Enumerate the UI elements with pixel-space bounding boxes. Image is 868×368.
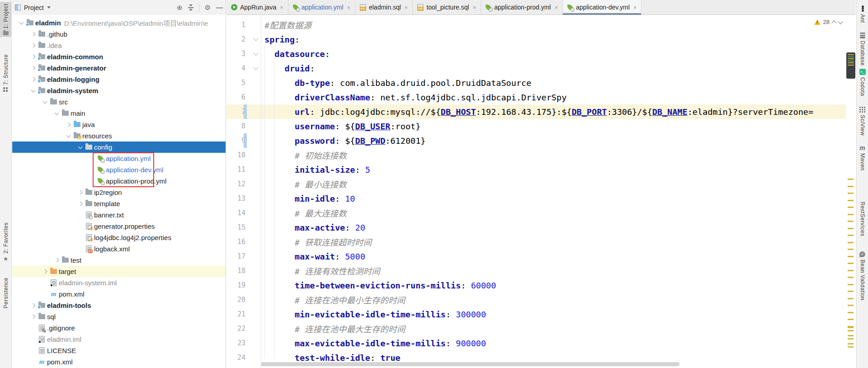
project-panel-title[interactable]: Project xyxy=(24,4,44,11)
code-line[interactable]: 6 driverClassName: net.sf.log4jdbc.sql.j… xyxy=(226,90,856,104)
warning-stripe-mark[interactable] xyxy=(848,338,854,340)
chevron-right-icon[interactable] xyxy=(29,78,37,81)
warning-stripe-mark[interactable] xyxy=(848,256,854,257)
close-icon[interactable]: × xyxy=(473,4,476,11)
chevron-down-icon[interactable] xyxy=(18,22,25,24)
tree-item-resources[interactable]: resources xyxy=(12,130,226,142)
tree-item-ip2region[interactable]: ip2region xyxy=(12,187,226,198)
horizontal-scrollbar-thumb[interactable] xyxy=(261,362,679,366)
fold-region-icon[interactable] xyxy=(253,65,258,70)
editor-body[interactable]: 1#配置数据源2spring:3 datasource:4 druid:5 db… xyxy=(226,15,856,368)
settings-gear-icon[interactable]: ⚙ xyxy=(205,4,211,11)
warning-stripe-mark[interactable] xyxy=(848,249,854,250)
close-icon[interactable]: × xyxy=(633,4,637,11)
code-line[interactable]: 19 time-between-eviction-runs-millis: 60… xyxy=(226,278,856,293)
tree-item-logback-xml[interactable]: <>logback.xml xyxy=(12,243,226,255)
tool-button-7-structure[interactable]: 7: Structure xyxy=(0,52,11,94)
tree-item-eladmin-iml[interactable]: eladmin.iml xyxy=(12,334,226,345)
error-stripe-scrollbar[interactable] xyxy=(846,15,856,368)
tree-item-license[interactable]: LICENSE xyxy=(12,345,226,356)
tool-button-2-favorites[interactable]: 2: Favorites★ xyxy=(0,221,11,264)
code-line[interactable]: 12 # 最小连接数 xyxy=(226,177,856,191)
warning-stripe-mark[interactable] xyxy=(848,277,854,278)
warning-stripe-mark[interactable] xyxy=(848,291,854,292)
tool-button-codota[interactable]: >_Codota xyxy=(857,67,868,98)
tab-application-dev-yml[interactable]: application-dev.yml× xyxy=(563,0,642,14)
code-line[interactable]: 16 # 获取连接超时时间 xyxy=(226,235,856,249)
tree-item-application-prod-yml[interactable]: application-prod.yml xyxy=(12,175,226,187)
tree-item-test[interactable]: test xyxy=(12,255,226,266)
warning-stripe-mark[interactable] xyxy=(848,335,854,336)
tree-item-eladmin-system-iml[interactable]: eladmin-system.iml xyxy=(12,277,226,288)
code-line[interactable]: 1#配置数据源 xyxy=(226,18,856,32)
warning-stripe-mark[interactable] xyxy=(848,228,854,229)
fold-region-icon[interactable] xyxy=(253,50,258,55)
tree-item-application-yml[interactable]: application.yml xyxy=(12,153,226,164)
warning-stripe-mark[interactable] xyxy=(848,284,854,285)
chevron-down-icon[interactable] xyxy=(47,6,51,9)
hide-panel-icon[interactable]: — xyxy=(216,4,223,11)
code-line[interactable]: 21 min-evictable-idle-time-millis: 30000… xyxy=(226,307,856,321)
warning-stripe-mark[interactable] xyxy=(848,343,854,344)
warning-stripe-mark[interactable] xyxy=(848,242,854,243)
tree-item-config[interactable]: config xyxy=(12,142,226,153)
tab-eladmin-sql[interactable]: eladmin.sql× xyxy=(355,0,413,14)
tool-button-restservices[interactable]: RestServices xyxy=(857,200,868,238)
tab-tool-picture-sql[interactable]: tool_picture.sql× xyxy=(413,0,481,14)
code-line[interactable]: 11 initial-size: 5 xyxy=(226,162,856,177)
chevron-right-icon[interactable] xyxy=(76,202,84,205)
warning-stripe-mark[interactable] xyxy=(848,263,854,264)
tree-item-idea[interactable]: .idea xyxy=(12,40,226,51)
chevron-right-icon[interactable] xyxy=(29,44,37,47)
next-warning-icon[interactable] xyxy=(838,19,843,24)
tool-button-persistence[interactable]: Persistence xyxy=(0,276,11,310)
warning-stripe-mark[interactable] xyxy=(848,221,854,222)
code-line[interactable]: 3 datasource: xyxy=(226,47,856,61)
chevron-right-icon[interactable] xyxy=(29,315,37,318)
code-line[interactable]: 15 max-active: 20 xyxy=(226,220,856,235)
code-line[interactable]: 18 # 连接有效性检测时间 xyxy=(226,264,856,278)
tab-application-yml[interactable]: application.yml× xyxy=(288,0,355,14)
code-line[interactable]: 17 max-wait: 5000 xyxy=(226,249,856,264)
tree-item-pom-xml[interactable]: mpom.xml xyxy=(12,288,226,300)
warning-stripe-mark[interactable] xyxy=(848,346,854,348)
warning-stripe-mark[interactable] xyxy=(848,312,854,313)
tool-button-bean-validation[interactable]: ✓Bean Validation xyxy=(857,250,868,302)
warning-stripe-mark[interactable] xyxy=(848,179,854,180)
chevron-right-icon[interactable] xyxy=(41,270,49,273)
close-icon[interactable]: × xyxy=(347,4,350,11)
code-line[interactable]: 5 db-type: com.alibaba.druid.pool.DruidD… xyxy=(226,75,856,90)
code-line[interactable]: 7 url: jdbc:log4jdbc:mysql://${DB_HOST:1… xyxy=(226,104,856,119)
tree-item-eladmin-generator[interactable]: eladmin-generator xyxy=(12,62,226,74)
locate-icon[interactable]: ⊕ xyxy=(177,4,183,11)
close-icon[interactable]: × xyxy=(280,4,283,11)
tool-button-database[interactable]: Database xyxy=(857,31,868,67)
chevron-right-icon[interactable] xyxy=(29,55,37,58)
warning-stripe-mark[interactable] xyxy=(848,270,854,271)
code-line[interactable]: 20 # 连接在池中最小生存的时间 xyxy=(226,293,856,307)
tree-item-banner-txt[interactable]: banner.txt xyxy=(12,209,226,221)
close-icon[interactable]: × xyxy=(405,4,408,11)
chevron-right-icon[interactable] xyxy=(76,191,84,194)
tree-item-target[interactable]: target xyxy=(12,266,226,277)
code-line[interactable]: 23 max-evictable-idle-time-millis: 90000… xyxy=(226,336,856,350)
tree-item-src[interactable]: src xyxy=(12,96,226,108)
tree-item-eladmin-system[interactable]: eladmin-system xyxy=(12,85,226,96)
tool-button-sciview[interactable]: SciView xyxy=(857,105,868,137)
horizontal-scrollbar[interactable] xyxy=(261,362,842,366)
chevron-right-icon[interactable] xyxy=(65,123,72,126)
tree-item-eladmin-common[interactable]: eladmin-common xyxy=(12,51,226,62)
tree-item-eladmin-logging[interactable]: eladmin-logging xyxy=(12,74,226,85)
warning-stripe-mark[interactable] xyxy=(848,207,854,208)
warning-stripe-mark[interactable] xyxy=(848,193,854,194)
chevron-right-icon[interactable] xyxy=(29,304,37,307)
chevron-down-icon[interactable] xyxy=(76,146,84,148)
code-line[interactable]: 13 min-idle: 10 xyxy=(226,191,856,206)
code-line[interactable]: 10 # 初始连接数 xyxy=(226,148,856,162)
tab-apprun-java[interactable]: AppRun.java× xyxy=(226,0,288,14)
warning-stripe-mark[interactable] xyxy=(848,327,854,328)
tree-item-gitignore[interactable]: .gitignore xyxy=(12,322,226,334)
warning-stripe-mark[interactable] xyxy=(848,200,854,201)
warning-stripe-mark[interactable] xyxy=(848,298,854,299)
chevron-down-icon[interactable] xyxy=(29,90,37,92)
